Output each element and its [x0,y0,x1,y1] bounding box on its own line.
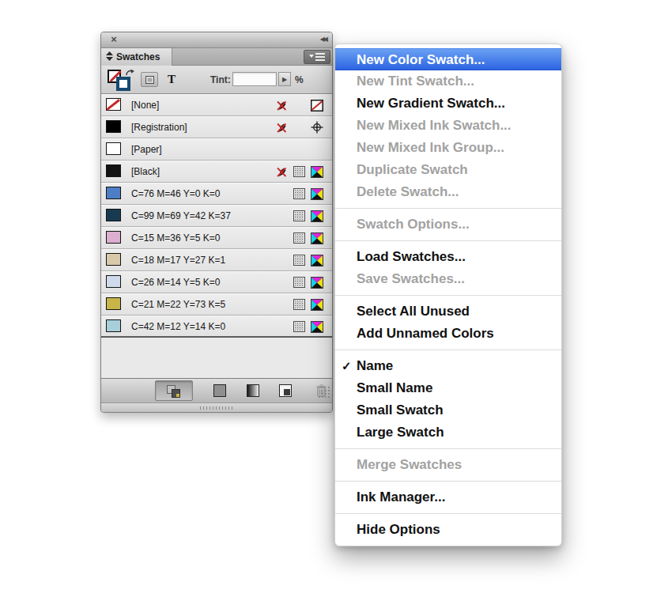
swatch-name: C=15 M=36 Y=5 K=0 [131,232,221,244]
tab-swatches[interactable]: Swatches [101,48,172,66]
swatch-chip[interactable] [106,98,121,111]
show-gradient-swatches-button[interactable] [243,380,263,401]
tint-stepper-button[interactable]: ▶ [278,72,291,86]
panel-drag-grip[interactable] [200,406,233,410]
swatch-row[interactable]: C=42 M=12 Y=14 K=0 [101,316,332,338]
swatch-chip[interactable] [106,120,121,133]
swatch-row[interactable]: [Registration] [101,116,332,138]
menu-item-name[interactable]: ✓ Name [335,355,561,377]
process-color-icon [293,298,305,311]
cmyk-icon [311,320,323,333]
panel-resize-grip[interactable] [319,386,330,401]
swatch-chip[interactable] [106,319,121,332]
checkmark-icon: ✓ [342,355,352,377]
menu-item-new-gradient-swatch[interactable]: New Gradient Swatch... [335,93,561,115]
menu-item-delete-swatch[interactable]: Delete Swatch... [335,181,561,203]
swatch-chip[interactable] [106,253,121,266]
container-icon [145,76,154,84]
menu-item-label: Duplicate Swatch [357,162,468,177]
swatch-row[interactable]: C=21 M=22 Y=73 K=5 [101,293,332,316]
menu-item-label: Small Name [357,380,432,395]
menu-item-label: New Mixed Ink Group... [357,140,504,155]
cmyk-icon [311,210,323,222]
tint-input[interactable] [232,72,277,86]
swatch-chip[interactable] [106,297,121,310]
show-all-swatches-button[interactable] [155,380,193,401]
swatch-name: C=21 M=22 Y=73 K=5 [131,299,225,310]
swatch-row[interactable]: [Black] [101,161,332,183]
cmyk-icon [311,276,323,289]
swatch-chip[interactable] [106,142,121,155]
pen-x-icon [275,121,288,134]
swatch-chip[interactable] [106,231,121,244]
color-swatch-icon [213,384,226,397]
fill-stroke-proxy[interactable] [108,68,136,93]
swatch-name: [Registration] [131,122,187,133]
menu-item-label: Hide Options [357,522,440,537]
menu-item-label: Merge Swatches [357,457,462,472]
menu-hamburger-icon [309,52,325,62]
menu-item-select-all-unused[interactable]: Select All Unused [335,300,561,323]
cmyk-icon [311,187,323,200]
swatch-stack-front-icon [172,389,180,398]
swatch-row[interactable]: [Paper] [101,138,332,161]
swatch-row[interactable]: C=26 M=14 Y=5 K=0 [101,271,332,293]
swatch-row[interactable]: C=18 M=17 Y=27 K=1 [101,249,332,271]
percent-label: % [295,74,304,85]
menu-item-load-swatches[interactable]: Load Swatches... [335,246,561,268]
menu-item-large-swatch[interactable]: Large Swatch [335,421,561,444]
panel-bottom-toolbar [101,378,332,402]
collapse-panel-icon[interactable]: ◀◀ [320,36,327,43]
menu-item-add-unnamed-colors[interactable]: Add Unnamed Colors [335,323,561,345]
close-button[interactable]: × [108,34,119,45]
menu-item-save-swatches[interactable]: Save Swatches... [335,268,561,290]
menu-item-duplicate-swatch[interactable]: Duplicate Swatch [335,159,561,181]
swatch-chip[interactable] [106,275,121,288]
swatches-panel: × ◀◀ Swatches [100,32,333,413]
menu-separator [335,295,561,296]
pen-x-icon [275,99,288,111]
menu-separator [335,350,561,350]
swatch-row[interactable]: C=15 M=36 Y=5 K=0 [101,227,332,249]
menu-item-new-tint-swatch[interactable]: New Tint Swatch... [335,70,561,93]
menu-item-label: Name [357,358,393,373]
swatch-row[interactable]: C=76 M=46 Y=0 K=0 [101,183,332,205]
show-color-swatches-button[interactable] [210,380,230,401]
none-icon [311,99,323,111]
menu-item-hide-options[interactable]: Hide Options [335,519,561,541]
stroke-swatch-proxy[interactable] [116,77,130,91]
swatch-chip[interactable] [106,164,121,177]
menu-item-label: New Mixed Ink Swatch... [357,118,512,133]
screen: × ◀◀ Swatches [0,0,672,616]
menu-item-small-name[interactable]: Small Name [335,377,561,399]
menu-item-label: Large Swatch [357,425,444,440]
menu-item-new-mixed-ink-swatch[interactable]: New Mixed Ink Swatch... [335,115,561,137]
menu-item-label: Delete Swatch... [357,184,459,199]
menu-separator [335,513,561,514]
menu-separator [335,208,561,209]
swatch-chip[interactable] [106,209,121,221]
menu-item-ink-manager[interactable]: Ink Manager... [335,486,561,508]
formatting-affects-text-button[interactable]: T [163,72,180,87]
menu-item-small-swatch[interactable]: Small Swatch [335,399,561,421]
registration-icon [311,121,323,134]
swatch-row[interactable]: C=99 M=69 Y=42 K=37 [101,205,332,227]
gradient-swatch-icon [247,384,259,397]
swatches-panel-menu: New Color Swatch... New Tint Swatch... N… [334,43,562,546]
swatch-row[interactable]: [None] [101,94,332,116]
menu-item-merge-swatches[interactable]: Merge Swatches [335,454,561,476]
menu-item-label: New Gradient Swatch... [357,96,505,111]
menu-item-new-color-swatch[interactable]: New Color Swatch... [335,48,561,70]
process-color-icon [293,210,305,222]
new-swatch-button[interactable] [275,380,296,401]
panel-menu-button[interactable] [304,50,330,64]
menu-item-label: Save Swatches... [357,271,465,286]
formatting-affects-container-button[interactable] [141,72,158,87]
menu-item-new-mixed-ink-group[interactable]: New Mixed Ink Group... [335,137,561,159]
tab-label: Swatches [116,51,160,62]
swatch-chip[interactable] [106,187,121,199]
menu-item-swatch-options[interactable]: Swatch Options... [335,214,561,236]
process-color-icon [293,232,305,244]
panel-title-bar[interactable]: × ◀◀ [101,32,332,48]
cmyk-icon [311,232,323,244]
